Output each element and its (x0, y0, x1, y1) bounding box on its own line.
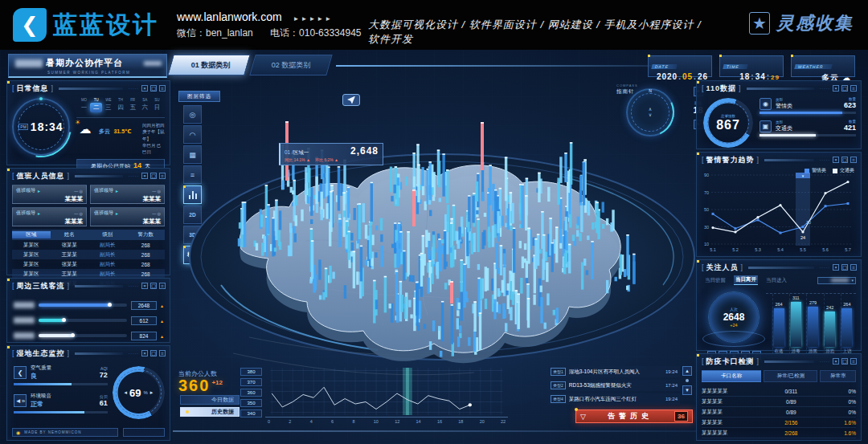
header-tabs: 01 数据类别02 数据类别 (170, 55, 330, 76)
scroll-up-icon[interactable]: ▲ (682, 366, 692, 376)
right-arrow-icon[interactable]: ▸ (150, 389, 154, 396)
expand-icon[interactable]: ⌗ (850, 157, 857, 163)
close-icon[interactable]: × (833, 358, 839, 365)
expand-icon[interactable]: ⌗ (850, 264, 857, 271)
credit-text: MADE BY NEHOMMICON (24, 430, 81, 434)
close-icon[interactable]: × (141, 85, 148, 92)
banner-services: 大数据可视化设计 / 软件界面设计 / 网站建设 / 手机及小程序设计 / 软件… (368, 18, 714, 47)
total-alarm-gauge: 总警情数 867 (703, 98, 753, 148)
divider (764, 360, 814, 363)
close-icon[interactable]: × (141, 173, 148, 179)
svg-text:5.6: 5.6 (822, 247, 829, 252)
city-map[interactable] (185, 112, 699, 389)
window-icon[interactable]: ▢ (150, 173, 157, 179)
office-button-today[interactable]: 今日数据 (180, 395, 240, 405)
week-day: TU二 (90, 98, 102, 112)
window-icon[interactable]: ▢ (150, 283, 157, 289)
x-tick: 22 (501, 419, 506, 424)
x-tick: 10 (374, 419, 379, 424)
map-area (185, 112, 699, 389)
banner-website[interactable]: www.lanlanwork.com (177, 10, 282, 23)
close-icon[interactable]: × (833, 85, 839, 92)
header-tab-01[interactable]: 01 数据类别 (167, 55, 250, 75)
alert-row[interactable]: 类型1湿地3-104片区有不明人员闯入19:24 (548, 366, 680, 377)
alert-history-label: 告警历史 (590, 411, 670, 422)
focus-bar: 311涉毒 (789, 294, 801, 354)
left-arrow-icon[interactable]: ◂ (124, 389, 127, 396)
expand-icon[interactable]: ⌗ (159, 85, 166, 92)
map-marker-plane[interactable] (342, 94, 360, 106)
bracket: ] (68, 172, 70, 180)
page-title: 暑期办公协作平台 (46, 57, 123, 69)
close-icon[interactable]: × (141, 283, 148, 289)
divider (75, 352, 123, 355)
duty-card: 值班领导▸— ◎某某某 (12, 207, 87, 226)
office-button-history[interactable]: 历史数据 (180, 407, 240, 417)
office-buttons: 今日数据历史数据 (180, 395, 240, 419)
panel-title: 值班人员信息 (17, 171, 65, 181)
window-icon[interactable]: ▢ (841, 264, 848, 271)
svg-text:90: 90 (704, 173, 709, 177)
svg-text:30: 30 (806, 220, 811, 225)
divider (75, 285, 123, 287)
censored-label (14, 332, 35, 339)
alert-history-button[interactable]: ▽ 告警历史 36 (575, 409, 693, 423)
focus-tab[interactable]: 当日进入 (764, 276, 788, 285)
panel-wetland-eco: [ 湿地生态监控 ] ····· × ▢ ⌗ ❮空气质量良AQI72◄»环境噪音… (6, 345, 170, 441)
circle-delta: +24 (730, 323, 737, 328)
alert-row[interactable]: 类型2RD13-53烟感报警疑似火灾17:24 (548, 380, 680, 391)
week-day: TH四 (114, 98, 126, 112)
alert-scroll: ▲ ▼ (682, 366, 692, 398)
expand-icon[interactable]: ⌗ (850, 358, 857, 365)
alert-row[interactable]: 类型4某路口有小汽车连闯三个红灯19:24 (548, 393, 680, 405)
bracket: [ (12, 282, 14, 290)
focus-tab[interactable]: 当日驻留 (703, 276, 727, 285)
window-icon[interactable]: ▢ (841, 358, 848, 365)
x-tick: 2 (289, 419, 291, 424)
expand-icon[interactable]: ⌗ (159, 173, 166, 179)
check-header-cell: 异常/已检测 (764, 370, 817, 382)
svg-text:5.5: 5.5 (800, 247, 806, 252)
circle-value: 2648 (723, 312, 745, 323)
header-divider (336, 65, 674, 67)
window-icon[interactable]: ▢ (150, 85, 157, 92)
focus-tab[interactable]: 当日离开 (734, 275, 758, 285)
divider (747, 88, 814, 90)
window-icon[interactable]: ▢ (841, 157, 848, 163)
close-icon[interactable]: × (141, 350, 148, 356)
scroll-down-icon[interactable]: ▼ (682, 385, 692, 395)
flow-row: 2648▴ (14, 300, 163, 310)
divider (75, 175, 123, 177)
expand-icon[interactable]: ⌗ (159, 350, 166, 356)
p110-items: ◉类型警情类数量623▣类型交通类数量421 (760, 98, 856, 148)
close-icon[interactable]: × (833, 157, 839, 163)
banner-phone: 电话：010-63334945 (270, 27, 361, 39)
clock-widget: PM 18:34 (12, 98, 70, 156)
gear-icon: ◉ (16, 430, 21, 435)
y-tick: 360 (240, 389, 262, 397)
close-icon[interactable]: × (833, 264, 839, 271)
duty-card: 值班领导▸— ◎某某某 (90, 185, 165, 204)
svg-text:70: 70 (704, 190, 709, 195)
tooltip-index: 01 / (285, 149, 293, 155)
window-icon[interactable]: ▢ (841, 85, 848, 92)
table-row: 某某区王某某副局长268 (12, 250, 165, 259)
expand-icon[interactable]: ⌗ (850, 85, 857, 92)
region-select[interactable]: ▾ (817, 277, 856, 284)
focus-bar: 264上访 (841, 294, 853, 354)
tooltip-region: 区域一 (293, 149, 309, 157)
weather-condition: 多云 (99, 128, 110, 134)
expand-icon[interactable]: ⌗ (159, 283, 166, 289)
check-header-cell[interactable]: 卡口名称 (702, 370, 761, 382)
warning-triangle-icon: ▽ (580, 413, 586, 421)
table-row: 某某区张某某副局长268 (12, 240, 165, 250)
divider (59, 88, 123, 90)
header-tab-02[interactable]: 02 数据类别 (249, 55, 332, 75)
tooltip-yoy: 同比 14.1% ▲ (285, 157, 310, 162)
header-date-chip: DATE2020.05.26 (648, 55, 712, 77)
eco-items: ❮空气质量良AQI72◄»环境噪音正常分贝61 (14, 365, 108, 421)
x-tick: 20 (480, 419, 485, 424)
window-icon[interactable]: ▢ (150, 350, 157, 356)
svg-text:30: 30 (704, 225, 709, 230)
panel-title: 防疫卡口检测 (706, 356, 755, 367)
